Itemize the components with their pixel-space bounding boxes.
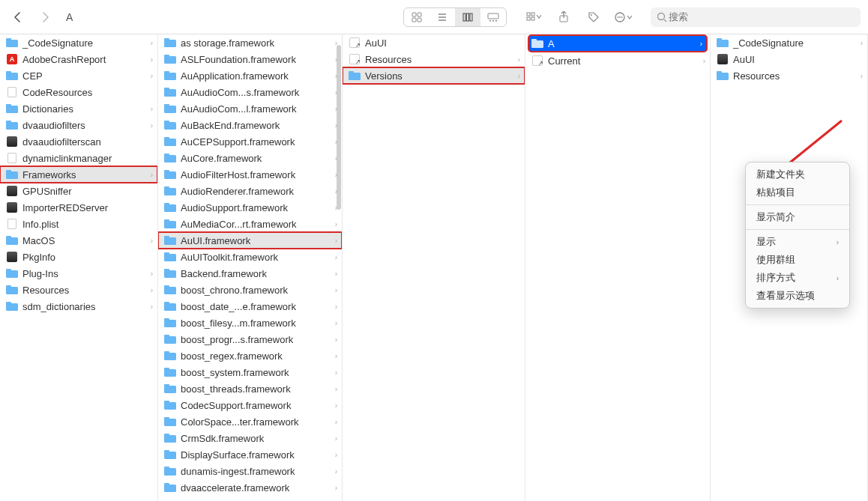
finder-item[interactable]: AuCEPSupport.framework›	[158, 133, 342, 150]
finder-item[interactable]: DisplaySurface.framework›	[158, 446, 342, 463]
group-by-button[interactable]	[523, 7, 544, 28]
forward-button[interactable]	[34, 7, 55, 28]
finder-item[interactable]: boost_regex.framework›	[158, 347, 342, 364]
finder-item[interactable]: Plug-Ins›	[0, 265, 157, 282]
svg-rect-61	[164, 170, 169, 173]
finder-item[interactable]: AuUI.framework›	[158, 232, 342, 249]
finder-item[interactable]: Resources›	[343, 51, 525, 67]
column-0[interactable]: _CodeSignature›AAdobeCrashReport›CEP›Cod…	[0, 34, 158, 501]
finder-item[interactable]: ColorSpace...ter.framework›	[158, 413, 342, 430]
gallery-view-button[interactable]	[480, 8, 506, 26]
finder-item[interactable]: dvaaccelerate.framework›	[158, 479, 342, 496]
finder-item[interactable]: AuMediaCor...rt.framework›	[158, 216, 342, 232]
finder-item[interactable]: Backend.framework›	[158, 265, 342, 282]
search-field[interactable]	[651, 7, 861, 27]
tags-button[interactable]	[583, 7, 604, 28]
finder-item[interactable]: Info.plist	[0, 216, 157, 232]
finder-item[interactable]: AuAudioCom...l.framework›	[158, 100, 342, 117]
item-label: Resources	[22, 285, 148, 296]
svg-rect-35	[6, 170, 11, 173]
finder-item[interactable]: AuUI	[343, 34, 525, 51]
finder-item[interactable]: A›	[528, 35, 707, 52]
finder-item[interactable]: AudioFilterHost.framework›	[158, 166, 342, 183]
finder-item[interactable]: CodecSupport.framework›	[158, 397, 342, 413]
finder-item[interactable]: boost_chrono.framework›	[158, 282, 342, 298]
finder-item[interactable]: dynamiclinkmanager	[0, 150, 157, 166]
chevron-right-icon: ›	[335, 204, 337, 212]
finder-item[interactable]: AudioSupport.framework›	[158, 199, 342, 216]
folder-icon	[164, 333, 176, 345]
item-label: boost_filesy...m.framework	[181, 318, 332, 329]
column-view-button[interactable]	[455, 8, 480, 26]
icon-view-button[interactable]	[404, 8, 430, 26]
finder-item[interactable]: Versions›	[343, 67, 525, 84]
finder-item[interactable]: AAdobeCrashReport›	[0, 51, 157, 67]
finder-item[interactable]: boost_filesy...m.framework›	[158, 315, 342, 331]
column-2[interactable]: AuUIResources›Versions›	[343, 34, 525, 501]
finder-item[interactable]: _CodeSignature›	[711, 34, 867, 51]
finder-item[interactable]: Frameworks›	[0, 166, 157, 183]
finder-item[interactable]: boost_threads.framework›	[158, 380, 342, 397]
finder-item[interactable]: AuApplication.framework›	[158, 67, 342, 84]
context-menu-item[interactable]: 显示简介	[746, 208, 849, 226]
svg-point-23	[621, 16, 623, 18]
finder-item[interactable]: AuUIToolkit.framework›	[158, 249, 342, 265]
finder-item[interactable]: GPUSniffer	[0, 183, 157, 199]
toolbar: A	[0, 0, 868, 34]
finder-item[interactable]: AudioRenderer.framework›	[158, 183, 342, 199]
context-menu-item[interactable]: 显示›	[746, 233, 849, 251]
svg-rect-69	[164, 236, 169, 239]
actions-button[interactable]	[613, 7, 634, 28]
finder-item[interactable]: MacOS›	[0, 232, 157, 249]
finder-item[interactable]: AuAudioCom...s.framework›	[158, 84, 342, 100]
context-menu-item[interactable]: 新建文件夹	[746, 166, 849, 183]
item-label: _CodeSignature	[22, 37, 148, 49]
chevron-right-icon: ›	[335, 55, 337, 64]
svg-rect-67	[164, 219, 169, 222]
finder-item[interactable]: AuBackEnd.framework›	[158, 117, 342, 133]
context-menu-item[interactable]: 使用群组	[746, 251, 849, 269]
share-button[interactable]	[553, 7, 574, 28]
finder-item[interactable]: dvaaudiofilterscan	[0, 133, 157, 150]
finder-item[interactable]: AuCore.framework›	[158, 150, 342, 166]
finder-item[interactable]: Resources›	[711, 67, 867, 84]
finder-item[interactable]: PkgInfo	[0, 249, 157, 265]
finder-item[interactable]: dvaaudiofilters›	[0, 117, 157, 133]
column-1[interactable]: as storage.framework›ASLFoundation.frame…	[158, 34, 343, 501]
context-menu-item[interactable]: 粘贴项目	[746, 183, 849, 201]
finder-item[interactable]: Dictionaries›	[0, 100, 157, 117]
finder-item[interactable]: _CodeSignature›	[0, 34, 157, 51]
search-input[interactable]	[667, 10, 855, 23]
context-menu-item[interactable]: 查看显示选项	[746, 287, 849, 305]
finder-item[interactable]: CrmSdk.framework›	[158, 430, 342, 446]
item-label: boost_threads.framework	[181, 383, 332, 395]
finder-item[interactable]: Resources›	[0, 282, 157, 298]
chevron-right-icon: ›	[151, 121, 153, 130]
finder-item[interactable]: boost_system.framework›	[158, 364, 342, 380]
item-label: as storage.framework	[181, 37, 332, 49]
finder-item[interactable]: ImporterREDServer	[0, 199, 157, 216]
folder-icon	[164, 53, 176, 65]
svg-point-24	[658, 13, 665, 19]
chevron-right-icon: ›	[335, 171, 337, 179]
finder-item[interactable]: ASLFoundation.framework›	[158, 51, 342, 67]
list-view-button[interactable]	[430, 8, 455, 26]
item-label: boost_chrono.framework	[181, 285, 332, 296]
svg-rect-49	[164, 71, 169, 74]
finder-item[interactable]: CEP›	[0, 67, 157, 84]
column-3[interactable]: A›Current›	[525, 34, 711, 501]
item-label: ImporterREDServer	[22, 202, 153, 213]
finder-item[interactable]: dunamis-ingest.framework›	[158, 463, 342, 479]
finder-item[interactable]: boost_progr...s.framework›	[158, 331, 342, 347]
item-label: PkgInfo	[22, 252, 153, 263]
finder-item[interactable]: sdm_dictionaries›	[0, 298, 157, 315]
folder-icon	[164, 37, 176, 49]
context-menu-item[interactable]: 排序方式›	[746, 269, 849, 287]
item-label: AuMediaCor...rt.framework	[181, 219, 332, 230]
finder-item[interactable]: CodeResources	[0, 84, 157, 100]
finder-item[interactable]: AuUI	[711, 51, 867, 67]
finder-item[interactable]: Current›	[525, 52, 710, 69]
finder-item[interactable]: boost_date_...e.framework›	[158, 298, 342, 315]
back-button[interactable]	[7, 7, 28, 28]
finder-item[interactable]: as storage.framework›	[158, 34, 342, 51]
